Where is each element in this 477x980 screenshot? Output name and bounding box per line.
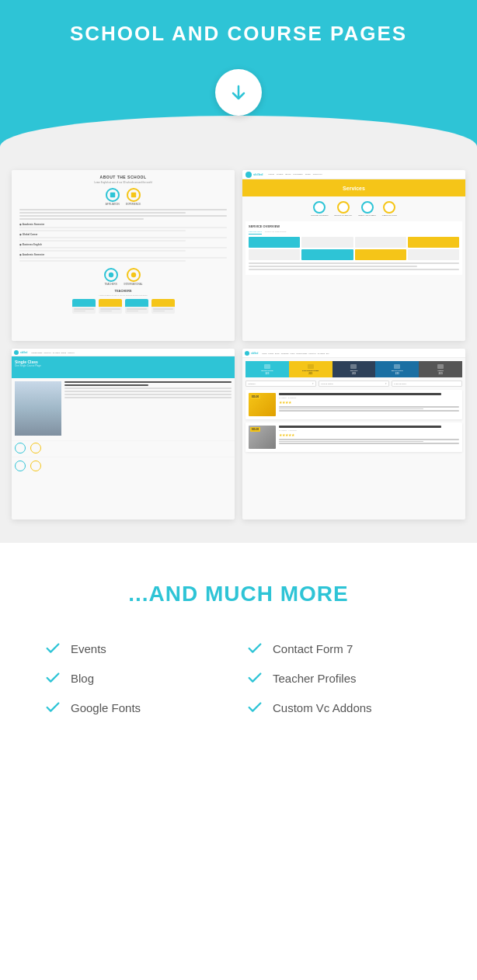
teacher-1-header (72, 299, 96, 307)
international-label: INTERNATIONAL (124, 283, 143, 286)
nav-pages: PAGES (277, 173, 283, 175)
single-brand-circle (14, 350, 19, 355)
overview-box-3 (355, 237, 406, 248)
semester-1: ◉ Academic Semester (19, 223, 227, 226)
mock-icons-row-2: TEACHERS INTERNATIONAL (16, 268, 230, 286)
teacher-2 (99, 299, 122, 314)
experience-circle (127, 188, 141, 202)
single-brand: skilled (14, 350, 27, 355)
course-card-1: $35.00 by adam · 3 lessons ★★★★ (245, 390, 462, 419)
service-online-courses: ONLINE COURSES (311, 201, 328, 217)
filter-status[interactable]: Course Status ▾ (319, 381, 389, 387)
c1-desc1 (279, 406, 459, 408)
tab-developer: DEVELOPER 223 (245, 361, 289, 377)
teachers-label: TEACHERS (104, 283, 117, 286)
certification-label: CERTIFICATION (382, 214, 397, 217)
snav-items: ▸ 1 ITEMS - $35.00 (53, 352, 66, 353)
course-2-info: by admin · 1 lessons ★★★★★ (279, 426, 459, 449)
bottom-circle-3 (15, 460, 26, 471)
teachers-row (16, 299, 230, 314)
svg-rect-1 (131, 193, 135, 197)
mock-icon-teachers: TEACHERS (104, 268, 118, 286)
screenshots-section: ABOUT THE SCHOOL Learn English at one of… (0, 147, 477, 543)
skilled-brand: skilled (245, 172, 263, 178)
nav-courses: COURSES (293, 173, 302, 175)
overview-box-5 (249, 249, 300, 260)
st-line6 (64, 397, 232, 398)
filter-category[interactable]: Category ▾ (245, 381, 316, 387)
cnav-shop: SHOP (291, 353, 295, 354)
edu-count: 223 (379, 372, 415, 375)
overview-tab-pricing: PRICING INFO (249, 231, 262, 235)
service-certification: CERTIFICATION (382, 201, 397, 217)
skilled-nav: skilled HOME PAGES BLOG COURSES SHOP CON… (242, 170, 465, 179)
t4-line2 (153, 311, 165, 312)
mock-about-subtitle: Learn English at one of our 30 schools a… (16, 181, 230, 184)
cnav-items: ▸ 2 ITEMS - $70 (318, 353, 329, 354)
teacher-3-content (125, 307, 148, 314)
bottom-item-4 (30, 460, 43, 471)
s4-line1 (19, 257, 227, 259)
single-brand-name: skilled (20, 351, 27, 354)
feature-blog: Blog (37, 663, 238, 693)
t2-line2 (100, 311, 113, 312)
c1-desc2 (279, 408, 423, 410)
course-2-thumb: $35.00 (249, 426, 276, 449)
course-1-price: $35.00 (250, 394, 260, 399)
check-icon-contact-form (246, 640, 263, 657)
tab-photographer: PHOTOGRAPHER 223 (289, 361, 333, 377)
cnav-shortcodes: SHORTCODES (296, 353, 307, 354)
overview-box-1 (249, 237, 300, 248)
t1-line1 (74, 308, 94, 310)
course-1-stars: ★★★★ (279, 401, 459, 405)
screenshot-courses: skilled HOME PAGES BLOG COURSES SHOP SHO… (242, 349, 465, 520)
header-transition (0, 116, 477, 147)
st-line3 (64, 387, 232, 389)
services-banner-title: Services (343, 186, 365, 191)
single-divider2 (12, 457, 235, 457)
overview-box-2 (301, 237, 353, 248)
books-label: BOOKS & LIBRARY (335, 214, 353, 217)
course-1-title-line (279, 393, 441, 395)
mock-icons-row-1: AFFILIATION EXPERIENCE (16, 188, 230, 206)
svg-rect-0 (110, 193, 115, 197)
ov-line2 (249, 266, 417, 267)
teacher-3 (125, 299, 148, 314)
mock-skilled-content: skilled HOME PAGES BLOG COURSES SHOP CON… (242, 170, 465, 341)
certification-icon (383, 201, 395, 214)
teacher-4-content (151, 307, 175, 314)
c2-desc2 (279, 441, 423, 443)
semester-3: ◉ Business English (19, 243, 227, 246)
nav-contact: CONTACT (313, 173, 322, 175)
s1-line2 (19, 230, 186, 231)
overview-box-6 (301, 249, 353, 260)
feature-custom-vc-label: Custom Vc Addons (273, 701, 372, 714)
s3-line1 (19, 247, 227, 248)
filter-status-arrow: ▾ (385, 382, 387, 385)
teachers-subtitle-mock: Learn English at one of our 30 schools a… (16, 294, 230, 297)
img-placeholder (15, 381, 61, 436)
svg-point-3 (131, 273, 135, 277)
filter-keyword-label: Type Keyword (394, 383, 406, 385)
text-line-4 (19, 218, 144, 220)
feature-contact-form-label: Contact Form 7 (273, 642, 353, 655)
course-1-author: by adam · 3 lessons (279, 397, 459, 399)
filter-keyword[interactable]: Type Keyword (392, 381, 462, 387)
semester-list: ◉ Academic Semester ◉ Global Career ◉ Bu… (16, 221, 230, 265)
feature-events-label: Events (71, 642, 106, 655)
overview-box-7 (355, 249, 406, 260)
bottom-circle-4 (30, 460, 41, 471)
single-nav: skilled SHORTCODES CONTACT ▸ 1 ITEMS - $… (12, 349, 235, 356)
c1-desc3 (279, 410, 459, 412)
s3-line2 (19, 250, 186, 252)
nav-home: HOME (268, 173, 274, 175)
mock-icon-affiliation: AFFILIATION (106, 188, 120, 206)
st-line5 (64, 394, 232, 395)
video-count: 223 (423, 372, 458, 375)
books-icon (337, 201, 350, 214)
feature-custom-vc: Custom Vc Addons (238, 693, 440, 722)
ov-line3 (249, 269, 459, 270)
course-2-stars: ★★★★★ (279, 433, 459, 437)
courses-brand-circle (245, 351, 249, 356)
semester-4: ◉ Academic Semester (19, 253, 227, 256)
